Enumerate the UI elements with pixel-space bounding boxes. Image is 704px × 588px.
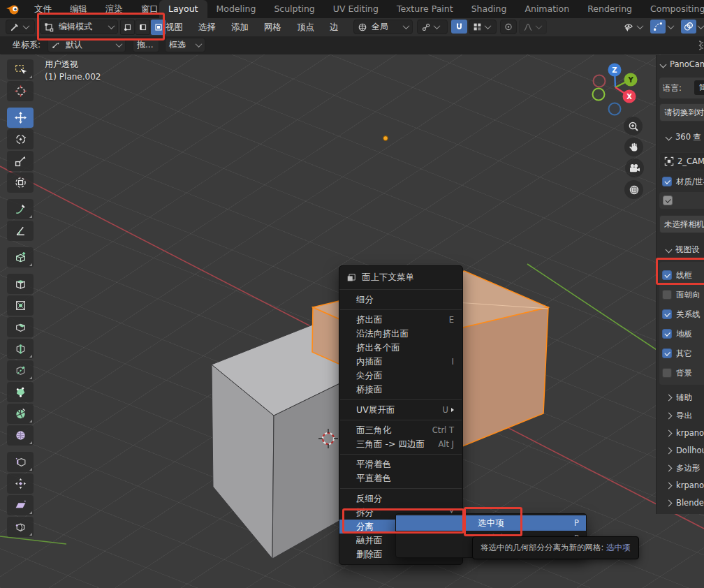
zoom-button[interactable] <box>624 117 643 135</box>
no-camera-button[interactable]: 未选择相机 <box>659 215 704 233</box>
menu-select[interactable]: 选择 <box>191 18 223 36</box>
other-checkbox[interactable] <box>662 348 672 358</box>
tool-shrink-fatten[interactable] <box>7 473 34 494</box>
camera-view-button[interactable] <box>625 159 644 177</box>
tool-measure[interactable] <box>7 221 34 241</box>
section-krpano-2[interactable]: krpano <box>666 480 704 490</box>
show-gizmo-visibility-dropdown[interactable] <box>619 20 648 34</box>
coord-system-dropdown[interactable]: 默认 <box>47 38 126 52</box>
tab-layout[interactable]: Layout <box>159 0 207 18</box>
navigation-gizmo[interactable]: Z Y X <box>587 58 657 121</box>
menu-item-bridge-faces[interactable]: 桥接面 <box>339 383 462 397</box>
drag-button[interactable]: 拖... <box>133 38 159 52</box>
tool-move[interactable] <box>7 108 34 128</box>
menu-vertex[interactable]: 顶点 <box>289 18 322 36</box>
face-orientation-checkbox-row[interactable]: 面朝向 <box>662 288 701 301</box>
mode-selector[interactable]: 编辑模式 <box>40 20 118 34</box>
tool-box-select[interactable] <box>7 59 34 80</box>
tool-bevel[interactable] <box>7 317 34 337</box>
snap-target-dropdown[interactable] <box>469 20 497 34</box>
tool-smooth[interactable] <box>7 425 34 446</box>
overlays-dropdown[interactable] <box>698 20 704 34</box>
tab-sculpting[interactable]: Sculpting <box>265 0 323 18</box>
relationship-lines-checkbox[interactable] <box>662 309 672 319</box>
section-assist[interactable]: 辅助 <box>666 392 692 403</box>
tab-modeling[interactable]: Modeling <box>207 0 265 18</box>
orthographic-toggle-button[interactable] <box>624 180 643 199</box>
face-orientation-checkbox[interactable] <box>662 290 672 300</box>
gizmo-neg-x-axis[interactable] <box>594 75 606 87</box>
menu-item-extrude-along-normals[interactable]: 沿法向挤出面 <box>339 327 462 341</box>
menu-item-inset-faces[interactable]: 内插面I <box>339 355 462 369</box>
gizmos-dropdown[interactable] <box>666 20 675 34</box>
menu-item-poke-faces[interactable]: 尖分面 <box>339 369 462 383</box>
section-polygon[interactable]: 多边形 <box>666 463 701 473</box>
menu-view[interactable]: 视图 <box>158 18 191 36</box>
wireframe-checkbox-row[interactable]: 线框 <box>662 269 692 281</box>
menu-item-shade-flat[interactable]: 平直着色 <box>339 471 462 485</box>
viewport-3d[interactable]: 用户透视 (1) Plane.002 Z <box>0 54 704 588</box>
tool-poly-build[interactable] <box>7 382 34 402</box>
edge-select-button[interactable] <box>135 20 150 35</box>
section-360-view[interactable]: 360 查 <box>666 132 701 142</box>
vertex-select-button[interactable] <box>120 20 135 35</box>
tab-uv-editing[interactable]: UV Editing <box>324 0 388 18</box>
gizmos-toggle-button[interactable] <box>650 20 666 34</box>
menu-item-unsubdivide[interactable]: 反细分 <box>339 492 462 506</box>
other-checkbox-row[interactable]: 其它 <box>662 347 692 360</box>
section-krpano-1[interactable]: krpano <box>666 428 704 438</box>
language-dropdown[interactable]: 简 <box>694 80 704 95</box>
transform-orientation-dropdown[interactable]: 全局 <box>353 20 413 34</box>
menu-item-shade-smooth[interactable]: 平滑着色 <box>339 457 462 471</box>
tool-annotate[interactable] <box>7 199 34 219</box>
menu-item-uv-unwrap[interactable]: UV展开面U <box>339 403 462 417</box>
background-checkbox-row[interactable]: 背景 <box>662 367 692 379</box>
tab-rendering[interactable]: Rendering <box>578 0 641 18</box>
section-blender[interactable]: Blende <box>666 498 704 508</box>
menu-item-triangulate[interactable]: 面三角化Ctrl T <box>339 423 462 437</box>
tool-transform[interactable] <box>7 172 34 193</box>
menu-item-extrude-faces[interactable]: 挤出面E <box>339 313 462 327</box>
relationship-lines-checkbox-row[interactable]: 关系线 <box>662 308 701 321</box>
overlays-toggle-button[interactable] <box>681 20 696 34</box>
tab-animation[interactable]: Animation <box>515 0 578 18</box>
snap-toggle-button[interactable] <box>451 20 467 34</box>
section-export[interactable]: 导出 <box>666 411 692 421</box>
tool-cursor[interactable] <box>7 81 34 101</box>
menu-file[interactable]: 文件 <box>25 0 61 18</box>
tool-spin[interactable] <box>7 404 34 424</box>
sidebar-tab-panocam[interactable]: PanoCama <box>661 59 704 69</box>
tool-shear[interactable] <box>7 495 34 515</box>
material-world-checkbox-row[interactable]: 材质/世界 <box>662 175 704 188</box>
section-view-settings[interactable]: 视图设 <box>666 244 700 255</box>
menu-edge[interactable]: 边 <box>322 18 346 36</box>
floor-checkbox-row[interactable]: 地板 <box>662 328 692 340</box>
proportional-editing-toggle[interactable] <box>500 20 517 34</box>
menu-add[interactable]: 添加 <box>223 18 256 36</box>
menu-mesh[interactable]: 网格 <box>256 18 289 36</box>
submenu-item-selection[interactable]: 选中项 P <box>396 515 586 531</box>
proportional-falloff-dropdown[interactable] <box>519 20 547 34</box>
wireframe-checkbox[interactable] <box>662 270 672 280</box>
section-dollhouse[interactable]: Dollhou <box>666 446 704 455</box>
tool-extrude-region[interactable] <box>7 274 34 294</box>
floor-checkbox[interactable] <box>662 329 672 339</box>
tab-compositing[interactable]: Compositing <box>641 0 704 18</box>
tool-rip-region[interactable] <box>7 517 34 537</box>
checkbox-checked-icon[interactable] <box>662 177 672 186</box>
pan-button[interactable] <box>624 138 643 156</box>
menu-item-tris-to-quads[interactable]: 三角面 -> 四边面Alt J <box>339 437 462 451</box>
blender-logo-icon[interactable] <box>6 3 20 15</box>
menu-item-subdivide[interactable]: 细分 <box>339 293 462 307</box>
switch-language-button[interactable]: 请切换到对 <box>659 103 704 122</box>
menu-edit[interactable]: 编辑 <box>61 0 96 18</box>
menu-render[interactable]: 渲染 <box>96 0 132 18</box>
tool-edge-slide[interactable] <box>7 452 34 472</box>
secondary-checkbox[interactable] <box>663 196 673 205</box>
tab-texture-paint[interactable]: Texture Paint <box>388 0 462 18</box>
select-mode-dropdown[interactable]: 框选 <box>165 38 205 52</box>
background-checkbox[interactable] <box>662 368 672 378</box>
camera-list-item[interactable]: 2_CAM <box>659 152 704 170</box>
gizmo-neg-z-axis[interactable] <box>609 103 621 115</box>
gizmo-neg-y-axis[interactable] <box>593 89 605 101</box>
